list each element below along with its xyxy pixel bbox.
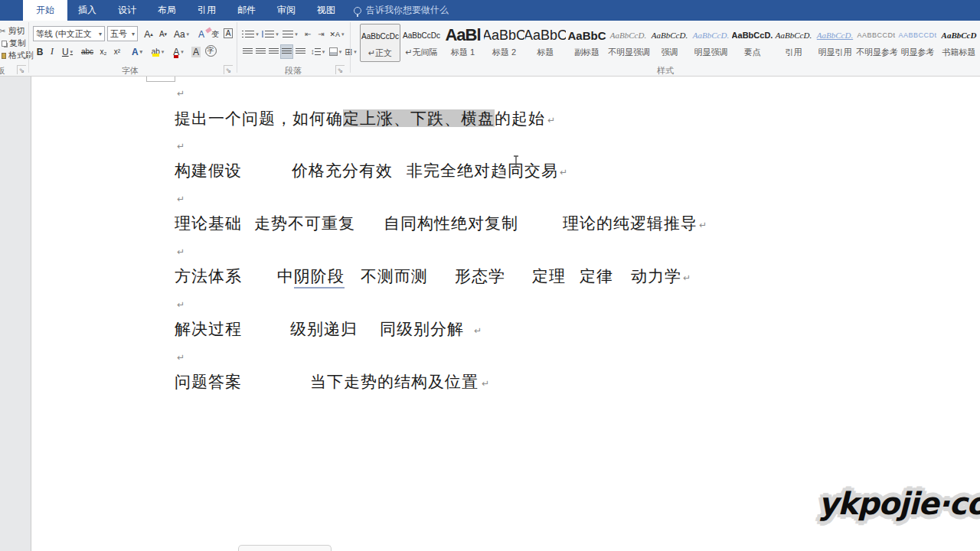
paragraph-mark: ↵ — [474, 325, 482, 336]
bold-button[interactable]: B — [34, 44, 46, 59]
paragraph-mark: ↵ — [177, 141, 185, 152]
font-dialog-launcher[interactable]: ⇘ — [224, 65, 233, 74]
styles-group-label: 样式 — [351, 65, 980, 76]
tab-design[interactable]: 设计 — [107, 0, 147, 21]
underline-icon: U — [62, 47, 69, 57]
style-sample: AaBbCcD. — [691, 24, 731, 47]
text-highlight-icon: ab — [152, 47, 160, 56]
style-card-intense-emphasis[interactable]: AaBbCcD. 明显强调 — [691, 24, 731, 62]
underline-button[interactable]: U — [58, 44, 77, 59]
style-name: 标题 2 — [484, 47, 524, 58]
bold-icon: B — [37, 47, 44, 57]
shrink-font-button[interactable]: A — [156, 27, 170, 41]
clipboard-dialog-launcher[interactable]: ⇘ — [17, 65, 26, 74]
tab-mailings[interactable]: 邮件 — [227, 0, 266, 21]
tab-review[interactable]: 审阅 — [266, 0, 306, 21]
enclose-characters-button[interactable]: 字 — [204, 44, 217, 58]
style-card-intense-reference[interactable]: AABBCCDt 明显参考 — [897, 24, 938, 62]
phonetic-guide-icon: 变 — [211, 29, 219, 40]
page-top-fragment — [146, 77, 175, 82]
bullets-button[interactable] — [241, 27, 260, 41]
increase-indent-button[interactable]: ⇥ — [315, 27, 328, 41]
italic-button[interactable]: I — [47, 44, 57, 59]
style-sample: AaBbC — [484, 24, 524, 47]
asian-layout-button[interactable]: ✕A — [328, 27, 345, 41]
style-card-subtle-reference[interactable]: AABBCCDt 不明显参考 — [856, 24, 897, 62]
multilevel-list-button[interactable] — [281, 27, 299, 41]
grow-font-button[interactable]: A — [142, 27, 155, 41]
doc-line-2: 构建假设 价格充分有效 非完全绝对趋同交易 ↵ — [31, 160, 980, 181]
font-size-select[interactable]: 五号 — [107, 26, 138, 41]
font-name-select[interactable]: 等线 (中文正文 — [33, 26, 105, 41]
paragraph-mark: ↵ — [177, 299, 185, 310]
change-case-button[interactable]: Aa — [172, 27, 191, 41]
subscript-button[interactable]: x₂ — [96, 44, 110, 59]
style-card-strong[interactable]: AaBbCcD. 要点 — [732, 24, 773, 62]
doc-text: 提出一个问题，如何确 — [175, 109, 343, 127]
line-spacing-button[interactable]: ↕ — [309, 44, 326, 59]
page-bottom-fragment — [238, 545, 332, 551]
copy-button[interactable]: 复制 — [2, 37, 26, 49]
phonetic-guide-button[interactable]: 变 — [208, 27, 222, 41]
tab-view[interactable]: 视图 — [306, 0, 346, 21]
style-card-book-title[interactable]: AaBbCcD 书籍标题 — [939, 24, 979, 62]
character-border-button[interactable]: A — [222, 26, 234, 41]
style-card-subtle-emphasis[interactable]: AaBbCcD. 不明显强调 — [608, 24, 648, 62]
clear-formatting-button[interactable]: A — [194, 27, 208, 41]
character-shading-button[interactable]: A — [189, 44, 203, 59]
align-center-button[interactable] — [254, 44, 267, 59]
doc-text: 走势不可重复 — [254, 213, 355, 234]
align-right-button[interactable] — [267, 44, 280, 59]
superscript-button[interactable]: x² — [110, 44, 124, 59]
style-name: 强调 — [649, 47, 690, 58]
justify-button[interactable] — [280, 44, 293, 59]
text-highlight-button[interactable]: ab — [148, 44, 168, 59]
doc-text: 的起始 — [495, 109, 545, 127]
style-card-heading2[interactable]: AaBbC 标题 2 — [484, 24, 524, 62]
style-card-no-spacing[interactable]: AaBbCcDc ↵无间隔 — [401, 24, 442, 62]
distribute-button[interactable] — [294, 44, 307, 59]
asian-layout-icon: ✕A — [329, 31, 340, 38]
text-effects-button[interactable]: A — [128, 44, 146, 59]
tab-layout[interactable]: 布局 — [147, 0, 187, 21]
tell-me-box[interactable]: 告诉我你想要做什么 — [346, 0, 456, 21]
shading-button[interactable] — [328, 44, 343, 59]
decrease-indent-button[interactable]: ⇤ — [302, 27, 315, 41]
style-card-quote[interactable]: AaBbCcD. 引用 — [773, 24, 814, 62]
format-painter-icon — [2, 53, 6, 59]
document-page[interactable]: ↵ ↵ ↵ ↵ ↵ ↵ 提出一个问题，如何确定上涨、下跌、横盘的起始 ↵ 构建假… — [31, 77, 980, 551]
doc-text: 中 — [277, 266, 294, 287]
paragraph-dialog-launcher[interactable]: ⇘ — [335, 65, 345, 74]
style-card-heading1[interactable]: AaBl 标题 1 — [443, 24, 483, 62]
character-border-icon: A — [224, 28, 234, 38]
tab-home[interactable]: 开始 — [23, 0, 67, 21]
style-name: 标题 — [525, 47, 566, 58]
font-color-button[interactable]: A — [169, 44, 188, 59]
text-cursor-ibeam — [512, 155, 520, 168]
doc-text: 理论基础 — [175, 213, 242, 234]
cut-label: 剪切 — [8, 25, 24, 37]
style-sample: AaBbC — [525, 24, 566, 47]
style-name: 要点 — [732, 47, 773, 58]
tab-insert[interactable]: 插入 — [67, 0, 107, 21]
doc-line-6: 问题答案 当下走势的结构及位置 ↵ — [31, 371, 980, 393]
increase-indent-icon: ⇥ — [318, 30, 324, 38]
numbering-button[interactable] — [261, 27, 279, 41]
align-left-button[interactable] — [241, 44, 254, 59]
tab-references[interactable]: 引用 — [187, 0, 227, 21]
enclose-characters-icon: 字 — [205, 45, 217, 57]
style-sample: AaBbCcD — [939, 24, 979, 47]
borders-icon: ⊞ — [345, 47, 352, 57]
style-card-intense-quote[interactable]: AaBbCcD. 明显引用 — [815, 24, 855, 62]
cut-button[interactable]: ✂ 剪切 — [2, 25, 24, 37]
strikethrough-button[interactable]: abc — [78, 44, 96, 59]
style-card-normal[interactable]: AaBbCcDc ↵正文 — [360, 24, 400, 62]
style-card-subtitle[interactable]: AaBbC 副标题 — [567, 24, 607, 62]
style-card-emphasis[interactable]: AaBbCcD. 强调 — [649, 24, 690, 62]
align-left-icon — [243, 48, 253, 55]
style-sample: AaBbCcDc — [401, 24, 442, 47]
borders-button[interactable]: ⊞ — [343, 44, 358, 59]
style-name: 引用 — [773, 47, 814, 58]
style-card-title[interactable]: AaBbC 标题 — [525, 24, 566, 62]
style-sample: AaBbCcD. — [649, 24, 690, 47]
